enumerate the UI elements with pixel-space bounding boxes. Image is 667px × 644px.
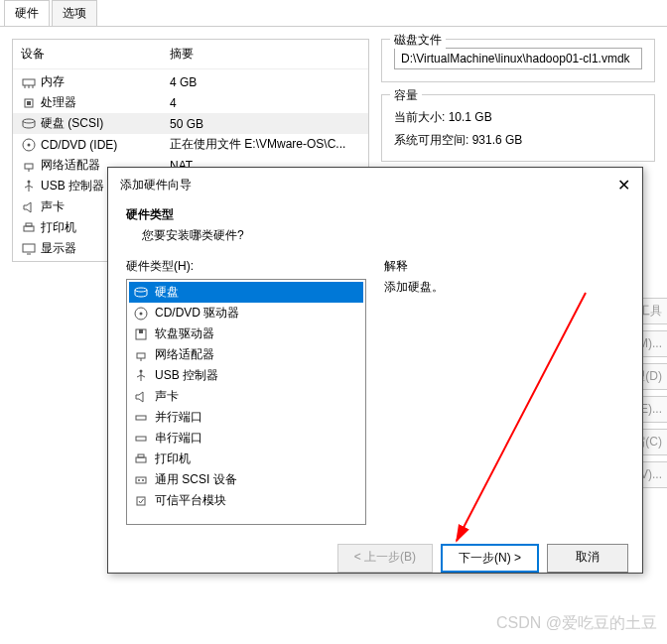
hw-item-10[interactable]: 可信平台模块 xyxy=(129,490,363,511)
device-name: CD/DVD (IDE) xyxy=(41,138,170,152)
device-name: 硬盘 (SCSI) xyxy=(41,115,170,132)
current-size: 当前大小: 10.1 GB xyxy=(394,109,642,126)
dialog-header: 硬件类型 您要安装哪类硬件? xyxy=(108,202,642,258)
cd-icon xyxy=(133,306,149,322)
net-icon xyxy=(21,158,37,174)
tab-options[interactable]: 选项 xyxy=(52,0,97,26)
printer-icon xyxy=(21,220,37,236)
hardware-type-section: 硬件类型(H): 硬盘CD/DVD 驱动器软盘驱动器网络适配器USB 控制器声卡… xyxy=(126,258,366,534)
cd-icon xyxy=(21,137,37,153)
net-icon xyxy=(133,347,149,363)
device-row-disk[interactable]: 硬盘 (SCSI)50 GB xyxy=(13,113,368,134)
svg-rect-24 xyxy=(137,353,145,358)
hw-item-label: 可信平台模块 xyxy=(155,492,226,509)
explain-text: 添加硬盘。 xyxy=(384,279,624,296)
explain-label: 解释 xyxy=(384,258,624,275)
hw-item-label: CD/DVD 驱动器 xyxy=(155,305,239,322)
hw-item-label: 硬盘 xyxy=(155,284,179,301)
hw-item-label: USB 控制器 xyxy=(155,367,218,384)
hw-item-label: 通用 SCSI 设备 xyxy=(155,471,237,488)
port-icon xyxy=(133,431,149,447)
device-name: 内存 xyxy=(41,73,170,90)
svg-point-36 xyxy=(142,479,144,481)
svg-rect-33 xyxy=(138,454,144,457)
svg-rect-23 xyxy=(139,329,143,333)
hw-item-6[interactable]: 并行端口 xyxy=(129,407,363,428)
watermark: CSDN @爱吃豆的土豆 xyxy=(496,613,657,634)
disk-file-path[interactable] xyxy=(394,48,642,69)
hw-item-1[interactable]: CD/DVD 驱动器 xyxy=(129,303,363,323)
svg-rect-9 xyxy=(25,164,33,169)
hw-item-5[interactable]: 声卡 xyxy=(129,386,363,407)
svg-point-21 xyxy=(140,312,143,315)
device-row-cpu[interactable]: 处理器4 xyxy=(13,92,368,113)
explain-section: 解释 添加硬盘。 xyxy=(384,258,624,534)
usb-icon xyxy=(21,179,37,194)
device-header: 设备 摘要 xyxy=(13,40,368,69)
device-summary: 50 GB xyxy=(170,117,360,131)
printer-icon xyxy=(133,451,149,467)
hw-item-7[interactable]: 串行端口 xyxy=(129,428,363,449)
svg-rect-30 xyxy=(136,416,146,420)
dialog-body: 硬件类型(H): 硬盘CD/DVD 驱动器软盘驱动器网络适配器USB 控制器声卡… xyxy=(108,258,642,534)
disk-icon xyxy=(133,285,149,301)
col-summary: 摘要 xyxy=(170,46,194,63)
close-icon[interactable]: ✕ xyxy=(617,176,630,194)
dialog-footer: < 上一步(B) 下一步(N) > 取消 xyxy=(108,534,642,582)
hw-item-3[interactable]: 网络适配器 xyxy=(129,344,363,365)
next-button[interactable]: 下一步(N) > xyxy=(441,544,539,573)
back-button: < 上一步(B) xyxy=(337,544,433,573)
hw-item-8[interactable]: 打印机 xyxy=(129,449,363,469)
sound-icon xyxy=(133,389,149,405)
hw-item-label: 打印机 xyxy=(155,451,191,467)
sound-icon xyxy=(21,199,37,215)
svg-rect-15 xyxy=(24,226,34,231)
capacity-group: 容量 当前大小: 10.1 GB 系统可用空间: 931.6 GB xyxy=(381,94,655,162)
hw-item-label: 串行端口 xyxy=(155,430,202,447)
device-row-memory[interactable]: 内存4 GB xyxy=(13,71,368,92)
svg-rect-5 xyxy=(27,101,31,105)
hw-item-label: 并行端口 xyxy=(155,409,202,426)
device-summary: 4 GB xyxy=(170,75,360,89)
svg-line-28 xyxy=(137,375,141,377)
capacity-legend: 容量 xyxy=(390,87,422,104)
hw-item-0[interactable]: 硬盘 xyxy=(129,282,363,303)
svg-rect-37 xyxy=(137,497,145,505)
dialog-title-text: 添加硬件向导 xyxy=(120,177,192,193)
device-summary: 4 xyxy=(170,96,360,110)
hardware-type-title: 硬件类型 xyxy=(126,206,624,223)
device-summary: 正在使用文件 E:\VMware-OS\C... xyxy=(170,136,360,153)
tabs: 硬件 选项 xyxy=(0,0,667,27)
floppy-icon xyxy=(133,326,149,342)
disk-file-group: 磁盘文件 xyxy=(381,39,655,82)
dialog-titlebar: 添加硬件向导 ✕ xyxy=(108,168,642,202)
svg-line-13 xyxy=(25,186,29,188)
svg-rect-34 xyxy=(136,477,146,483)
hw-item-4[interactable]: USB 控制器 xyxy=(129,365,363,386)
device-name: 处理器 xyxy=(41,94,170,111)
display-icon xyxy=(21,241,37,257)
add-hardware-dialog: 添加硬件向导 ✕ 硬件类型 您要安装哪类硬件? 硬件类型(H): 硬盘CD/DV… xyxy=(107,167,643,574)
hw-item-2[interactable]: 软盘驱动器 xyxy=(129,323,363,344)
port-icon xyxy=(133,410,149,426)
col-device: 设备 xyxy=(21,46,170,63)
hw-item-label: 软盘驱动器 xyxy=(155,325,214,342)
svg-rect-32 xyxy=(136,457,146,462)
scsi-icon xyxy=(133,472,149,488)
svg-point-6 xyxy=(23,119,35,123)
disk-icon xyxy=(21,116,37,132)
hw-item-9[interactable]: 通用 SCSI 设备 xyxy=(129,469,363,490)
svg-line-29 xyxy=(141,375,145,377)
svg-rect-31 xyxy=(136,437,146,441)
svg-point-8 xyxy=(28,143,31,146)
tab-hardware[interactable]: 硬件 xyxy=(4,0,50,26)
tpm-icon xyxy=(133,493,149,509)
device-row-cd[interactable]: CD/DVD (IDE)正在使用文件 E:\VMware-OS\C... xyxy=(13,134,368,155)
hw-item-label: 声卡 xyxy=(155,388,179,405)
svg-line-14 xyxy=(29,186,33,188)
disk-file-legend: 磁盘文件 xyxy=(390,32,446,49)
cancel-button[interactable]: 取消 xyxy=(547,544,628,573)
memory-icon xyxy=(21,74,37,90)
hardware-listbox[interactable]: 硬盘CD/DVD 驱动器软盘驱动器网络适配器USB 控制器声卡并行端口串行端口打… xyxy=(126,279,366,525)
svg-rect-0 xyxy=(23,79,35,85)
